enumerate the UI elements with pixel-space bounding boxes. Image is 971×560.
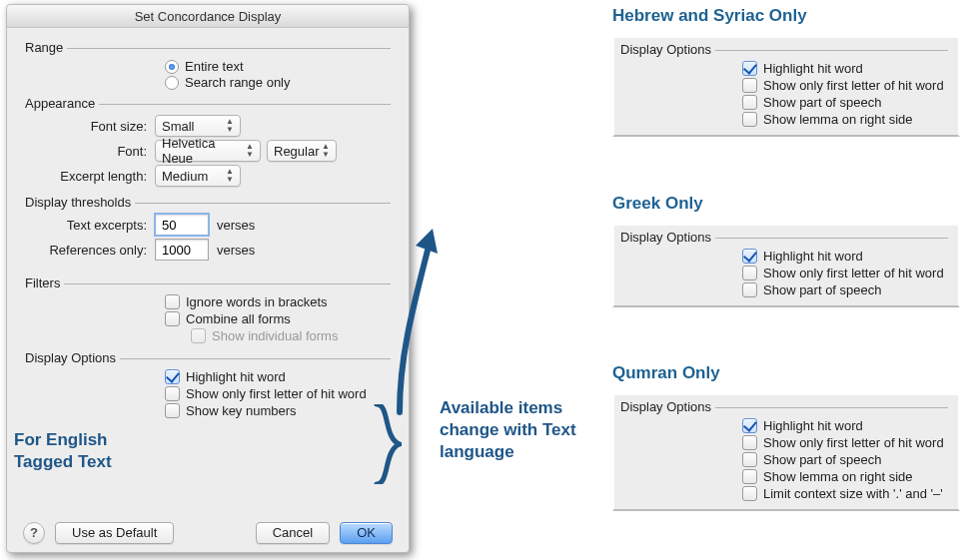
verses-suffix: verses	[217, 243, 255, 258]
checkbox-icon	[191, 328, 206, 343]
font-size-select[interactable]: Small ▲▼	[155, 115, 241, 137]
check-key-numbers[interactable]: Show key numbers	[165, 403, 391, 418]
display-options-legend: Display Options	[25, 350, 391, 365]
radio-icon	[165, 60, 179, 74]
brace-icon	[372, 404, 402, 484]
checkbox-icon	[742, 249, 757, 264]
checkbox-icon	[742, 61, 757, 76]
check-option[interactable]: Highlight hit word	[742, 249, 952, 264]
panel-options-list: Highlight hit wordShow only first letter…	[620, 249, 952, 297]
check-option[interactable]: Limit context size with '.' and '–'	[742, 486, 952, 501]
chevron-updown-icon: ▲▼	[226, 168, 234, 184]
dialog-title: Set Concordance Display	[7, 5, 409, 28]
font-select[interactable]: Helvetica Neue ▲▼	[155, 140, 261, 162]
check-label: Highlight hit word	[763, 418, 863, 433]
text-excerpts-input[interactable]	[155, 214, 209, 236]
radio-search-range-only[interactable]: Search range only	[165, 75, 391, 90]
check-first-letter[interactable]: Show only first letter of hit word	[165, 386, 391, 401]
check-option[interactable]: Show only first letter of hit word	[742, 78, 952, 93]
text-excerpts-label: Text excerpts:	[25, 218, 155, 233]
checkbox-icon	[165, 386, 180, 401]
checkbox-icon	[742, 112, 757, 127]
excerpt-length-select[interactable]: Medium ▲▼	[155, 165, 241, 187]
chevron-updown-icon: ▲▼	[322, 143, 330, 159]
filters-group: Filters Ignore words in brackets Combine…	[7, 264, 409, 343]
check-option[interactable]: Show only first letter of hit word	[742, 435, 952, 450]
checkbox-icon	[742, 95, 757, 110]
check-label: Show only first letter of hit word	[763, 435, 944, 450]
check-option[interactable]: Show lemma on right side	[742, 469, 952, 484]
check-option[interactable]: Show part of speech	[742, 95, 952, 110]
check-label: Show only first letter of hit word	[763, 266, 944, 280]
checkbox-icon	[742, 486, 757, 501]
verses-suffix: verses	[217, 218, 255, 233]
check-show-individual: Show individual forms	[25, 328, 391, 343]
references-only-label: References only:	[25, 243, 155, 258]
check-label: Show lemma on right side	[763, 469, 913, 484]
checkbox-icon	[165, 369, 180, 384]
check-highlight-hit[interactable]: Highlight hit word	[165, 369, 391, 384]
panel-greek: Display Options Highlight hit wordShow o…	[612, 224, 960, 307]
heading-qumran: Qumran Only	[612, 363, 720, 383]
checkbox-icon	[742, 282, 757, 297]
checkbox-icon	[165, 294, 180, 309]
font-style-select[interactable]: Regular ▲▼	[267, 140, 337, 162]
check-label: Limit context size with '.' and '–'	[763, 486, 943, 501]
check-label: Show only first letter of hit word	[763, 78, 944, 93]
check-ignore-brackets[interactable]: Ignore words in brackets	[165, 294, 391, 309]
chevron-updown-icon: ▲▼	[246, 143, 254, 159]
panel-options-list: Highlight hit wordShow only first letter…	[620, 61, 952, 127]
radio-label: Entire text	[185, 59, 244, 74]
panel-options-list: Highlight hit wordShow only first letter…	[620, 418, 952, 501]
checkbox-icon	[165, 311, 180, 326]
checkbox-icon	[165, 403, 180, 418]
font-size-label: Font size:	[25, 119, 155, 134]
check-option[interactable]: Show part of speech	[742, 282, 952, 297]
check-option[interactable]: Highlight hit word	[742, 418, 952, 433]
panel-legend: Display Options	[620, 42, 952, 57]
check-label: Show part of speech	[763, 452, 882, 467]
thresholds-legend: Display thresholds	[25, 195, 391, 210]
radio-icon	[165, 76, 179, 90]
annotation-english-tagged: For English Tagged Text	[14, 429, 124, 473]
radio-label: Search range only	[185, 75, 291, 90]
check-option[interactable]: Show only first letter of hit word	[742, 266, 952, 280]
check-label: Highlight hit word	[763, 61, 863, 76]
annotation-available-items: Available items change with Text languag…	[440, 397, 604, 463]
ok-button[interactable]: OK	[340, 522, 393, 544]
appearance-legend: Appearance	[25, 96, 391, 111]
checkbox-icon	[742, 418, 757, 433]
checkbox-icon	[742, 78, 757, 93]
check-option[interactable]: Highlight hit word	[742, 61, 952, 76]
help-button[interactable]: ?	[23, 522, 45, 544]
range-group: Range Entire text Search range only	[7, 28, 409, 90]
heading-hebrew: Hebrew and Syriac Only	[612, 6, 807, 26]
cancel-button[interactable]: Cancel	[256, 522, 330, 544]
checkbox-icon	[742, 452, 757, 467]
checkbox-icon	[742, 435, 757, 450]
panel-hebrew: Display Options Highlight hit wordShow o…	[612, 36, 960, 137]
check-label: Highlight hit word	[763, 249, 863, 264]
check-label: Show lemma on right side	[763, 112, 913, 127]
excerpt-length-label: Excerpt length:	[25, 169, 155, 184]
check-combine-forms[interactable]: Combine all forms	[165, 311, 391, 326]
references-only-input[interactable]	[155, 239, 209, 261]
use-as-default-button[interactable]: Use as Default	[55, 522, 174, 544]
checkbox-icon	[742, 266, 757, 280]
panel-qumran: Display Options Highlight hit wordShow o…	[612, 393, 960, 511]
check-label: Show part of speech	[763, 282, 882, 297]
panel-legend: Display Options	[620, 399, 952, 414]
range-legend: Range	[25, 40, 391, 55]
check-option[interactable]: Show part of speech	[742, 452, 952, 467]
heading-greek: Greek Only	[612, 194, 703, 214]
thresholds-group: Display thresholds Text excerpts: verses…	[7, 190, 409, 261]
radio-entire-text[interactable]: Entire text	[165, 59, 391, 74]
check-option[interactable]: Show lemma on right side	[742, 112, 952, 127]
font-label: Font:	[25, 144, 155, 159]
checkbox-icon	[742, 469, 757, 484]
dialog-footer: ? Use as Default Cancel OK	[7, 522, 409, 544]
check-label: Show part of speech	[763, 95, 882, 110]
filters-legend: Filters	[25, 276, 391, 290]
display-options-group: Display Options Highlight hit word Show …	[7, 345, 409, 418]
panel-legend: Display Options	[620, 230, 952, 245]
